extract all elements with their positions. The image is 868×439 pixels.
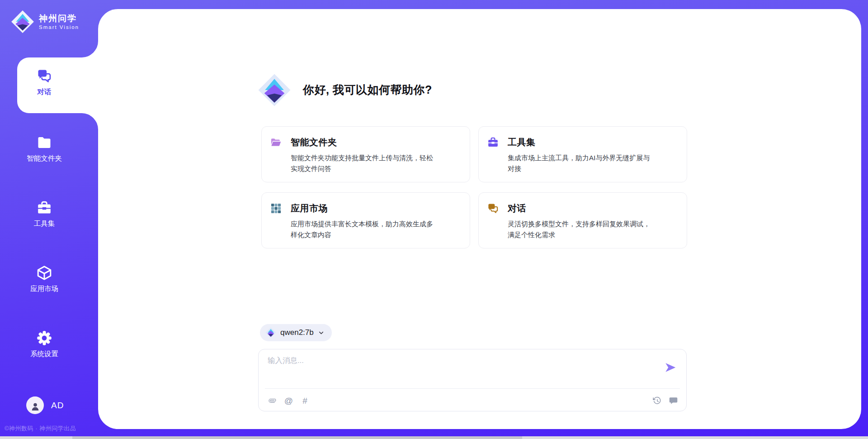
card-title: 工具集 [508, 136, 536, 148]
chat-bubble-icon [669, 396, 678, 406]
sidebar-item-toolkit[interactable]: 工具集 [8, 200, 80, 229]
brand: 神州问学 Smart Vision [11, 10, 79, 33]
chat-bubbles-icon [487, 202, 499, 215]
paperclip-icon [268, 396, 277, 405]
sidebar-item-label: 对话 [38, 87, 52, 97]
user-name: AD [51, 401, 64, 410]
composer-divider [265, 388, 680, 389]
sidebar-item-app-market[interactable]: 应用市场 [8, 265, 80, 294]
brand-name: 神州问学 [39, 13, 79, 24]
sidebar-item-label: 系统设置 [30, 349, 58, 359]
send-icon[interactable] [664, 361, 677, 374]
briefcase-icon [487, 136, 499, 148]
card-title: 应用市场 [291, 202, 328, 215]
folder-icon [36, 134, 52, 151]
feedback-button[interactable] [669, 396, 678, 406]
folder-open-icon [270, 136, 282, 148]
model-name: qwen2:7b [280, 328, 314, 337]
card-toolkit[interactable]: 工具集 集成市场上主流工具，助力AI与外界无缝扩展与对接 [478, 126, 687, 182]
app-root: 神州问学 Smart Vision 对话 智能文件夹 工具集 [0, 0, 868, 439]
main-panel: 你好, 我可以如何帮助你? 智能文件夹 智能文件夹功能支持批量文件上传与清洗，轻… [98, 9, 861, 429]
card-smart-folder[interactable]: 智能文件夹 智能文件夹功能支持批量文件上传与清洗，轻松实现文件问答 [261, 126, 470, 182]
sidebar-item-label: 工具集 [34, 219, 55, 229]
attachment-button[interactable] [268, 396, 277, 406]
message-composer: @ # [258, 349, 687, 411]
at-icon: @ [284, 396, 293, 406]
card-description: 灵活切换多模型文件，支持多样回复效果调试，满足个性化需求 [508, 219, 651, 240]
greeting-title: 你好, 我可以如何帮助你? [303, 81, 432, 99]
card-app-market[interactable]: 应用市场 应用市场提供丰富长文本模板，助力高效生成多样化文章内容 [261, 192, 470, 248]
card-description: 智能文件夹功能支持批量文件上传与清洗，轻松实现文件问答 [291, 153, 434, 174]
card-description: 集成市场上主流工具，助力AI与外界无缝扩展与对接 [508, 153, 651, 174]
brand-diamond-logo-icon [11, 10, 34, 33]
briefcase-icon [36, 200, 52, 216]
avatar [26, 396, 44, 414]
model-selector[interactable]: qwen2:7b [260, 324, 332, 341]
horizontal-scrollbar-thumb[interactable] [72, 436, 522, 439]
grid-icon [270, 202, 282, 215]
sidebar-item-chat[interactable]: 对话 [8, 68, 80, 97]
history-button[interactable] [652, 396, 662, 406]
sidebar-item-label: 智能文件夹 [27, 154, 62, 163]
message-input[interactable] [268, 356, 656, 385]
chevron-down-icon [318, 329, 325, 336]
history-clock-icon [652, 396, 662, 406]
sidebar-item-settings[interactable]: 系统设置 [8, 330, 80, 359]
chat-icon [36, 68, 52, 84]
cube-icon [36, 265, 52, 281]
sidebar-item-smart-folder[interactable]: 智能文件夹 [8, 134, 80, 163]
card-chat[interactable]: 对话 灵活切换多模型文件，支持多样回复效果调试，满足个性化需求 [478, 192, 687, 248]
greeting-diamond-logo-icon [258, 73, 291, 107]
sidebar-item-label: 应用市场 [30, 284, 58, 294]
hashtag-button[interactable]: # [300, 396, 310, 406]
gear-icon [36, 330, 52, 346]
card-title: 智能文件夹 [291, 136, 337, 148]
sidebar: 神州问学 Smart Vision 对话 智能文件夹 工具集 [0, 0, 98, 439]
model-diamond-logo-icon [265, 327, 276, 338]
card-title: 对话 [508, 202, 526, 215]
card-description: 应用市场提供丰富长文本模板，助力高效生成多样化文章内容 [291, 219, 434, 240]
mention-button[interactable]: @ [284, 396, 293, 406]
copyright-footer: ©神州数码 · 神州问学出品 [5, 425, 76, 433]
horizontal-scrollbar[interactable] [0, 436, 868, 439]
person-icon [30, 401, 41, 412]
composer-toolbar: @ # [268, 394, 678, 407]
user-profile[interactable]: AD [26, 396, 64, 414]
hash-icon: # [302, 396, 307, 406]
brand-subtitle: Smart Vision [39, 24, 79, 31]
